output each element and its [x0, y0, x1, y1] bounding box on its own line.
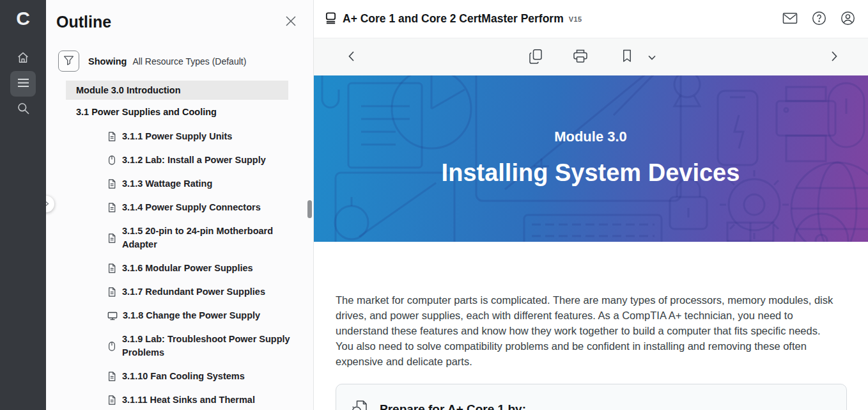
bookmark-button[interactable] [617, 47, 637, 67]
outline-item[interactable]: 3.1.1 Power Supply Units [107, 130, 294, 143]
bookmark-menu-button[interactable] [642, 47, 662, 67]
help-icon [812, 11, 826, 28]
banner-doodle-pattern [313, 75, 868, 242]
course-version: V15 [569, 15, 582, 23]
print-button[interactable] [571, 47, 590, 67]
app-window: C Outline [0, 0, 868, 410]
outline-item[interactable]: 3.1.4 Power Supply Connectors [107, 201, 294, 214]
document-icon [107, 233, 117, 244]
menu-icon [17, 78, 29, 90]
outline-item[interactable]: 3.1.3 Wattage Rating [107, 177, 294, 191]
search-button[interactable] [10, 97, 36, 122]
outline-title: Outline [56, 13, 111, 31]
mail-icon [782, 12, 798, 26]
outline-item[interactable]: 3.1.2 Lab: Install a Power Supply [107, 154, 294, 167]
outline-item[interactable]: 3.1.5 20-pin to 24-pin Motherboard Adapt… [107, 225, 294, 251]
bookmark-icon [622, 49, 632, 65]
home-button[interactable] [10, 45, 36, 71]
messages-button[interactable] [781, 10, 799, 28]
prepare-heading: Prepare for A+ Core 1 by: [380, 402, 526, 410]
copy-icon [529, 49, 543, 66]
lab-mouse-icon [107, 155, 117, 166]
outline-item-section[interactable]: 3.1 Power Supplies and Cooling [76, 107, 313, 117]
banner-title: Installing System Devices [313, 159, 868, 187]
outline-item[interactable]: 3.1.6 Modular Power Supplies [107, 262, 294, 275]
intro-paragraph: The market for computer parts is complic… [336, 292, 841, 369]
outline-item[interactable]: 3.1.10 Fan Cooling Systems [107, 370, 294, 383]
close-icon [285, 19, 297, 29]
filter-label: Showing [88, 56, 127, 67]
outline-item-label: 3.1.10 Fan Cooling Systems [122, 370, 245, 383]
document-icon [107, 287, 117, 297]
outline-panel: Outline Showing All Resource Types (Defa… [46, 0, 314, 410]
home-icon [16, 51, 30, 67]
outline-item-label: 3.1.7 Redundant Power Supplies [122, 285, 265, 299]
main-content: A+ Core 1 and Core 2 CertMaster Perform … [313, 0, 868, 410]
copy-button[interactable] [526, 47, 545, 67]
search-icon [17, 102, 30, 117]
outline-menu-button[interactable] [10, 71, 36, 97]
document-icon [107, 371, 117, 382]
module-banner: Module 3.0 Installing System Devices [313, 75, 868, 242]
print-icon [573, 49, 588, 65]
lab-mouse-icon [107, 341, 117, 352]
outline-item-label: 3.1.6 Modular Power Supplies [122, 262, 253, 275]
prepare-task-icon [351, 398, 370, 410]
next-page-button[interactable] [825, 47, 844, 67]
outline-scrollbar-thumb[interactable] [307, 200, 312, 218]
outline-list: Module 3.0 Introduction3.1 Power Supplie… [46, 81, 313, 407]
back-chevron-icon [347, 51, 355, 64]
outline-item-label: 3.1.3 Wattage Rating [122, 177, 212, 191]
previous-page-button[interactable] [341, 47, 360, 67]
course-book-icon [325, 12, 337, 27]
course-header: A+ Core 1 and Core 2 CertMaster Perform … [313, 0, 868, 38]
outline-item-label: 3.1.11 Heat Sinks and Thermal [122, 393, 255, 407]
outline-item-module-selected[interactable]: Module 3.0 Introduction [66, 81, 288, 100]
outline-item-label: 3.1.5 20-pin to 24-pin Motherboard Adapt… [122, 225, 294, 251]
filter-value[interactable]: All Resource Types (Default) [132, 56, 246, 67]
document-icon [107, 202, 117, 213]
outline-item-label: 3.1.9 Lab: Troubleshoot Power Supply Pro… [122, 333, 294, 359]
lesson-content: The market for computer parts is complic… [313, 242, 868, 410]
document-icon [107, 395, 117, 406]
close-outline-button[interactable] [285, 15, 297, 29]
account-button[interactable] [839, 10, 856, 28]
outline-item-label: 3.1.1 Power Supply Units [122, 130, 232, 143]
funnel-icon [63, 55, 74, 68]
prepare-callout: Prepare for A+ Core 1 by: [336, 384, 847, 410]
banner-module-label: Module 3.0 [313, 129, 868, 145]
header-actions [781, 0, 856, 38]
outline-item-label: 3.1.2 Lab: Install a Power Supply [122, 154, 266, 167]
outline-item[interactable]: 3.1.9 Lab: Troubleshoot Power Supply Pro… [107, 333, 294, 359]
document-icon [107, 178, 117, 189]
outline-item[interactable]: 3.1.7 Redundant Power Supplies [107, 285, 294, 299]
document-icon [107, 131, 117, 142]
reader-toolbar [313, 38, 868, 75]
monitor-icon [107, 311, 118, 321]
outline-header: Outline [46, 0, 313, 31]
brand-logo[interactable]: C [16, 5, 30, 32]
filter-button[interactable] [58, 51, 79, 72]
course-title: A+ Core 1 and Core 2 CertMaster Perform [343, 12, 564, 26]
help-button[interactable] [810, 10, 828, 28]
outline-item[interactable]: 3.1.8 Change the Power Supply [107, 309, 294, 322]
account-icon [841, 11, 855, 28]
next-chevron-icon [830, 51, 839, 64]
app-rail: C [0, 0, 46, 410]
outline-item[interactable]: 3.1.11 Heat Sinks and Thermal [107, 393, 294, 407]
filter-row: Showing All Resource Types (Default) [58, 51, 313, 72]
outline-item-label: 3.1.8 Change the Power Supply [123, 309, 260, 322]
document-icon [107, 263, 117, 274]
outline-item-label: 3.1.4 Power Supply Connectors [122, 201, 261, 214]
caret-down-icon [648, 52, 656, 62]
